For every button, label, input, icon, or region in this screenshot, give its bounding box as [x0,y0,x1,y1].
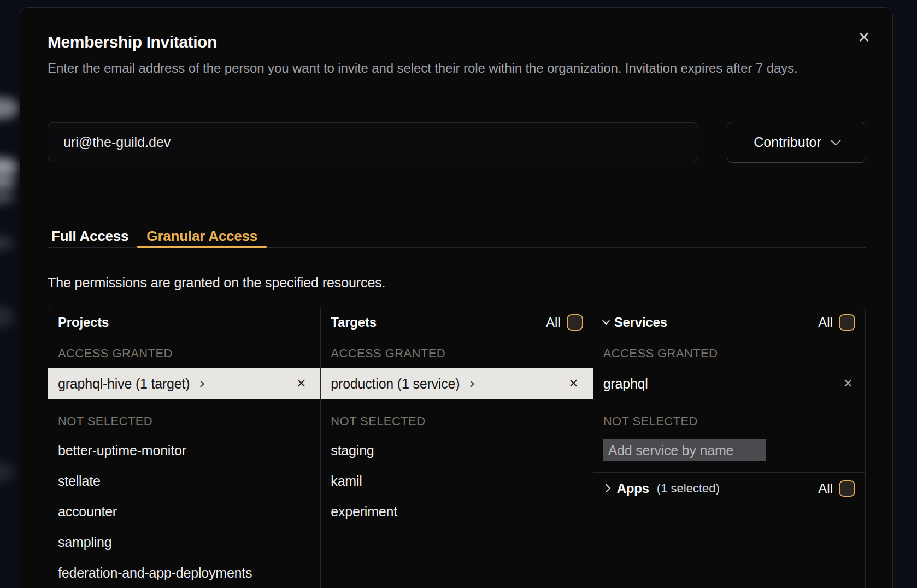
chevron-right-icon [198,380,205,387]
services-access-granted-label: ACCESS GRANTED [593,343,865,364]
selected-service-row: graphql ✕ [593,368,865,399]
permissions-note: The permissions are granted on the speci… [48,275,385,291]
membership-invitation-dialog: ✕ Membership Invitation Enter the email … [20,7,893,588]
background-blur-blob [0,306,14,328]
projects-access-granted-label: ACCESS GRANTED [48,343,320,364]
dialog-title: Membership Invitation [48,33,217,51]
project-option[interactable]: federation-and-app-deployments [48,557,320,588]
background-blur-blob [0,157,17,177]
project-option[interactable]: better-uptime-monitor [48,435,320,466]
role-select[interactable]: Contributor [727,122,866,163]
resource-permissions-table: Projects ACCESS GRANTED graphql-hive (1 … [48,307,866,588]
remove-service-icon[interactable]: ✕ [843,378,853,390]
selected-project-label: graphql-hive (1 target) [58,376,190,392]
background-blur-blob [0,189,14,204]
access-tabs: Full Access Granular Access [48,223,866,248]
targets-column: Targets All ACCESS GRANTED production (1… [320,307,592,588]
targets-not-selected-label: NOT SELECTED [321,410,592,432]
targets-all-label: All [546,315,561,330]
tab-granular-access[interactable]: Granular Access [137,223,267,247]
background-blur-blob [0,462,14,483]
services-column-header: Services All [593,307,865,338]
apps-all-label: All [818,481,833,496]
projects-column-title: Projects [58,315,109,330]
targets-column-title: Targets [331,315,377,330]
services-all-label: All [818,315,833,330]
target-option[interactable]: experiment [321,496,592,527]
invite-email-input[interactable] [48,122,698,162]
project-option[interactable]: stellate [48,466,320,496]
background-blur-blob [0,174,15,190]
target-option[interactable]: kamil [321,466,592,496]
dialog-description: Enter the email address of the person yo… [48,58,824,78]
services-column: Services All ACCESS GRANTED graphql ✕ NO… [593,307,865,588]
targets-access-granted-label: ACCESS GRANTED [321,343,592,364]
projects-column: Projects ACCESS GRANTED graphql-hive (1 … [48,307,320,588]
services-all-checkbox[interactable] [839,314,855,331]
remove-project-icon[interactable]: ✕ [296,378,306,390]
expand-apps-icon [602,484,610,493]
project-option[interactable]: sampling [48,527,320,557]
close-icon[interactable]: ✕ [852,26,876,50]
selected-service-label: graphql [603,376,648,392]
add-service-input[interactable] [603,439,766,461]
chevron-down-icon [831,136,840,145]
chevron-right-icon [467,380,474,387]
apps-section-row[interactable]: Apps (1 selected) All [593,472,865,504]
selected-project-row[interactable]: graphql-hive (1 target) ✕ [48,368,320,399]
project-option[interactable]: accounter [48,496,320,527]
collapse-services-icon[interactable] [602,317,610,325]
selected-target-label: production (1 service) [331,376,460,392]
targets-column-header: Targets All [321,307,592,338]
target-option[interactable]: staging [321,435,592,466]
projects-column-header: Projects [48,307,320,338]
background-blur-blob [0,235,13,251]
apps-all-checkbox[interactable] [839,480,855,497]
tab-full-access[interactable]: Full Access [48,223,137,247]
apps-selected-count: (1 selected) [657,481,720,496]
role-select-value: Contributor [754,134,821,150]
projects-not-selected-label: NOT SELECTED [48,410,320,432]
services-column-title: Services [614,315,667,330]
targets-all-checkbox[interactable] [567,314,583,331]
apps-section-title: Apps [617,481,649,496]
background-blur-blob [0,97,19,119]
remove-target-icon[interactable]: ✕ [568,378,578,390]
selected-target-row[interactable]: production (1 service) ✕ [321,368,592,399]
services-not-selected-label: NOT SELECTED [593,410,865,432]
